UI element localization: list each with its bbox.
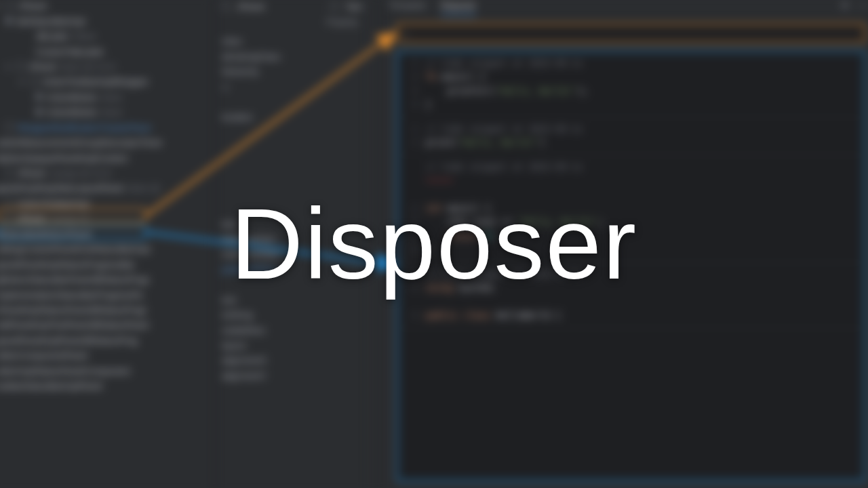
gear-icon[interactable]: ⚙	[840, 0, 850, 10]
search-icon: ⌕	[403, 28, 409, 38]
property-header-a: JPanel	[237, 1, 264, 11]
property-row[interactable]	[222, 171, 362, 186]
overlay-title: Disposer	[231, 186, 637, 302]
property-row[interactable]: declaringClass	[222, 49, 362, 64]
property-row[interactable]: alignmentY	[222, 369, 362, 384]
property-row[interactable]: layout	[222, 338, 362, 353]
tree-row[interactable]: ActionButton black	[0, 104, 208, 119]
property-row[interactable]	[222, 155, 362, 170]
tab-template[interactable]: Template	[389, 0, 426, 16]
tree-row[interactable]: sPanelImplStatusPanelJBStatusProgr	[0, 302, 208, 317]
tree-row[interactable]: ActionButton black	[0, 89, 208, 104]
tree-row[interactable]: JBLabel #false	[0, 28, 208, 43]
tree-selection-blue	[0, 224, 146, 239]
tool-tabs: Template Disposer ⚙ —	[380, 0, 868, 16]
tree-row[interactable]: ▾JPanel	[0, 0, 208, 13]
tab-disposer[interactable]: Disposer	[441, 0, 476, 16]
tree-row[interactable]: WrapperModificationTrackerPane	[0, 119, 208, 134]
tree-row[interactable]: editorImplStatusPanelComponent	[0, 363, 208, 378]
tree-row[interactable]: jpanelAnythingTabsLayoutPanel black @	[0, 180, 208, 195]
code-snippet[interactable]: 1// Code snippet at 2023-09-1x2print("He…	[398, 117, 864, 155]
tree-selection-orange	[0, 208, 146, 223]
tree-row[interactable]: IdeStatusBarImpl	[0, 13, 208, 28]
property-row[interactable]	[222, 384, 362, 399]
tree-row[interactable]: JPanel orange @ 0,0,0	[0, 165, 208, 180]
tree-row[interactable]: implementationStatusBarProgressPa	[0, 287, 208, 302]
property-row[interactable]: visibleRect	[222, 323, 362, 338]
tree-row[interactable]: toolbarStatusBarImplPanel	[0, 378, 208, 393]
property-subheader: Property	[222, 17, 358, 26]
minimize-icon[interactable]: —	[857, 0, 868, 10]
tree-row[interactable]: jpanelPanelImplPanelJBStatusProg	[0, 333, 208, 348]
property-row[interactable]: location	[222, 110, 362, 125]
property-row[interactable]	[222, 125, 362, 140]
property-row[interactable]: class	[222, 34, 362, 49]
property-header: JPanel Text	[222, 0, 362, 14]
tree-row[interactable]: editorComponentPanel	[0, 348, 208, 363]
tree-row[interactable]: ▾JPanel black @ 0,0,0	[0, 59, 208, 74]
property-header-b: Text	[346, 1, 362, 11]
property-row[interactable]	[222, 140, 362, 155]
property-row[interactable]: toString	[222, 308, 362, 323]
tree-row[interactable]: jpanelPanelImplStatusProgressBar	[0, 256, 208, 271]
property-row[interactable]	[222, 95, 362, 110]
component-tree-panel: ▾JPanelIdeStatusBarImplJBLabel #falseCus…	[0, 0, 213, 488]
tree-row[interactable]: gBottomStatusBarPanelJBStatusProgr	[0, 272, 208, 287]
disposer-search-input[interactable]: ⌕	[397, 24, 866, 43]
disposer-search-wrap: ⌕	[397, 24, 866, 43]
code-snippet[interactable]: 1// Code snippet at 2023-09-1x2fn main()…	[398, 52, 864, 117]
tree-row[interactable]: CustomTabLabel	[0, 43, 208, 58]
property-row[interactable]: alignmentX	[222, 353, 362, 368]
tree-row[interactable]: editingContentPanelGridStatusBarImpl	[0, 241, 208, 256]
tree-row[interactable]: switchMeasurementGroupDecoratorTimer	[0, 135, 208, 150]
property-row[interactable]: hierarchy	[222, 64, 362, 79]
property-row[interactable]	[222, 399, 362, 413]
tree-row[interactable]: ▾ActionToolbarImplWrapper	[0, 74, 208, 89]
tree-row[interactable]: MyNonOpaquePanelImplContent	[0, 150, 208, 165]
tree-row[interactable]: editPanelImplToolPanelJBStatusPanel	[0, 317, 208, 332]
property-row[interactable]: id	[222, 79, 362, 94]
